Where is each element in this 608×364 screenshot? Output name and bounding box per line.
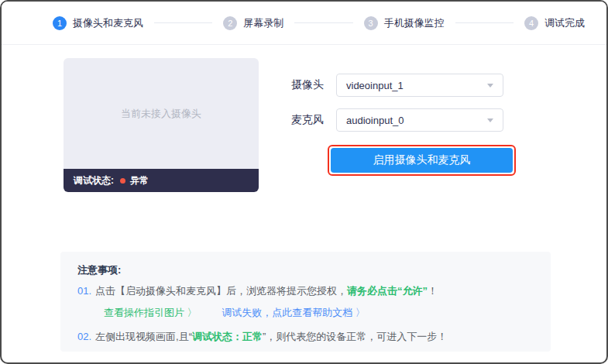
device-check-window: 1 摄像头和麦克风 2 屏幕录制 3 手机摄像监控 4 调试完成 当前未接入摄像… <box>0 0 608 364</box>
camera-select-value: videoinput_1 <box>346 80 404 91</box>
step-4-label: 调试完成 <box>544 16 585 30</box>
step-3-badge: 3 <box>364 16 378 30</box>
step-2-badge: 2 <box>223 16 237 30</box>
step-connector <box>455 22 514 23</box>
notes-title: 注意事项: <box>77 263 537 277</box>
camera-preview: 当前未接入摄像头 调试状态: 异常 <box>64 58 259 192</box>
enable-camera-mic-button[interactable]: 启用摄像头和麦克风 <box>331 148 513 173</box>
status-dot-icon <box>120 178 125 184</box>
note-links-row: 查看操作指引图片 〉 调试失败，点此查看帮助文档 〉 <box>104 306 537 320</box>
no-camera-placeholder: 当前未接入摄像头 <box>121 107 201 121</box>
note-1-suffix: ！ <box>428 285 438 297</box>
chevron-down-icon <box>487 118 493 122</box>
mic-label: 麦克风 <box>291 113 325 127</box>
step-debug-done: 4 调试完成 <box>524 16 585 30</box>
chevron-down-icon <box>487 84 493 88</box>
debug-status-value: 异常 <box>130 174 149 187</box>
camera-label: 摄像头 <box>291 78 325 92</box>
note-1-text: 点击【启动摄像头和麦克风】后，浏览器将提示您授权， <box>95 285 347 297</box>
note-2-number: 02. <box>77 331 91 342</box>
help-doc-link[interactable]: 调试失败，点此查看帮助文档 〉 <box>222 307 366 318</box>
camera-select[interactable]: videoinput_1 <box>336 74 503 97</box>
note-2-highlight: 调试状态：正常 <box>192 331 263 342</box>
step-1-label: 摄像头和麦克风 <box>73 16 143 30</box>
step-screen-record: 2 屏幕录制 <box>223 16 283 30</box>
mic-select-value: audioinput_0 <box>346 115 404 126</box>
stepper: 1 摄像头和麦克风 2 屏幕录制 3 手机摄像监控 4 调试完成 <box>2 2 606 45</box>
notes-panel: 注意事项: 01.点击【启动摄像头和麦克风】后，浏览器将提示您授权，请务必点击“… <box>60 252 551 352</box>
camera-form-row: 摄像头 videoinput_1 <box>291 74 503 97</box>
debug-status-label: 调试状态: <box>74 174 114 187</box>
step-connector <box>154 22 212 23</box>
note-2-suffix: ”，则代表您的设备正常，可进入下一步！ <box>263 331 447 342</box>
step-3-label: 手机摄像监控 <box>384 16 445 30</box>
view-guide-link[interactable]: 查看操作指引图片 〉 <box>104 307 198 318</box>
step-connector <box>294 22 352 23</box>
note-2-prefix: 左侧出现视频画面,且“ <box>95 331 192 342</box>
annotation-highlight-box: 启用摄像头和麦克风 <box>328 145 516 176</box>
note-item-2: 02.左侧出现视频画面,且“调试状态：正常”，则代表您的设备正常，可进入下一步！ <box>77 330 537 345</box>
note-1-number: 01. <box>77 285 91 297</box>
mic-select[interactable]: audioinput_0 <box>336 108 503 132</box>
note-1-highlight: 请务必点击“允许” <box>347 285 428 297</box>
debug-status-bar: 调试状态: 异常 <box>64 169 259 192</box>
step-2-label: 屏幕录制 <box>243 16 283 30</box>
step-4-badge: 4 <box>524 16 538 30</box>
note-item-1: 01.点击【启动摄像头和麦克风】后，浏览器将提示您授权，请务必点击“允许”！ <box>77 284 537 299</box>
step-phone-monitor: 3 手机摄像监控 <box>364 16 445 30</box>
mic-form-row: 麦克风 audioinput_0 <box>291 108 503 132</box>
step-1-badge: 1 <box>53 16 67 30</box>
step-camera-mic: 1 摄像头和麦克风 <box>53 16 143 30</box>
camera-preview-screen: 当前未接入摄像头 <box>64 58 259 169</box>
